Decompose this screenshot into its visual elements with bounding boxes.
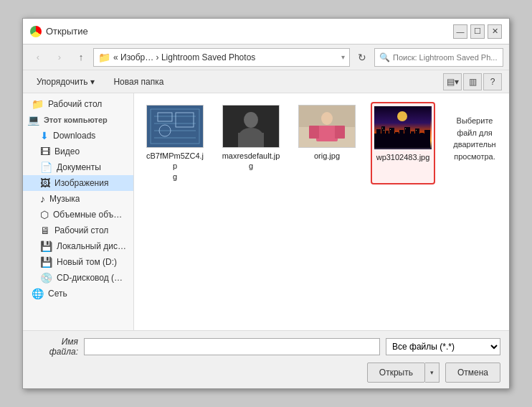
sidebar-item-label: Видео — [54, 146, 80, 156]
svg-rect-16 — [316, 126, 338, 141]
sidebar: 📁 Рабочий стол 💻 Этот компьютер ⬇ Downlo… — [23, 93, 134, 330]
sidebar-item-label: Новый том (D:) — [57, 257, 117, 267]
thumb-orig-preview — [299, 106, 355, 147]
title-bar: Открытие — ☐ ✕ — [23, 19, 509, 45]
svg-rect-24 — [386, 131, 389, 148]
sidebar-downloads-label: Downloads — [53, 131, 95, 141]
svg-rect-30 — [415, 128, 419, 148]
wp3102483-svg — [374, 106, 430, 148]
sidebar-item-label: CD-дисковод (F… — [57, 273, 128, 283]
sidebar-item-label: Изображения — [54, 178, 108, 188]
svg-rect-17 — [309, 126, 319, 139]
svg-rect-37 — [416, 130, 417, 131]
sidebar-item-new-volume[interactable]: 💾 Новый том (D:) — [23, 254, 133, 270]
refresh-button[interactable]: ↻ — [353, 49, 371, 66]
open-btn-group: Открыть ▾ — [367, 362, 440, 383]
open-button[interactable]: Открыть — [367, 362, 425, 383]
nav-toolbar: ‹ › ↑ 📁 « Изобр… › Lightroom Saved Photo… — [23, 45, 509, 70]
pane-button[interactable]: ▥ — [463, 73, 482, 90]
sidebar-item-desktop-pinned[interactable]: 📁 Рабочий стол — [23, 96, 133, 112]
open-dialog: Открытие — ☐ ✕ ‹ › ↑ 📁 « Изобр… › Lightr… — [22, 18, 510, 389]
back-button[interactable]: ‹ — [29, 49, 47, 66]
view-chevron: ▾ — [455, 77, 459, 87]
svg-point-10 — [244, 112, 258, 128]
help-icon: ? — [490, 77, 495, 87]
svg-rect-27 — [399, 130, 404, 148]
desktop-icon: 🖥 — [40, 225, 50, 236]
sidebar-item-local-disk[interactable]: 💾 Локальный диc… — [23, 238, 133, 254]
sidebar-item-music[interactable]: ♪ Музыка — [23, 191, 133, 207]
new-folder-label: Новая папка — [113, 77, 163, 87]
search-icon: 🔍 — [379, 52, 390, 62]
minimize-button[interactable]: — — [453, 24, 467, 39]
network-icon: 🌐 — [32, 288, 44, 299]
sidebar-item-desktop2[interactable]: 🖥 Рабочий стол — [23, 223, 133, 238]
file-item-maxres[interactable]: maxresdefault.jpg — [219, 102, 283, 184]
sidebar-item-label: Рабочий стол — [48, 99, 102, 109]
sidebar-item-images[interactable]: 🖼 Изображения — [23, 175, 133, 191]
file-item-wp3102483[interactable]: wp3102483.jpg — [371, 102, 435, 184]
sidebar-section-this-pc: 💻 Этот компьютер — [23, 112, 133, 128]
bottom-bar: Имя файла: Все файлы (*.*) Открыть ▾ Отм… — [23, 330, 509, 388]
sidebar-item-documents[interactable]: 📄 Документы — [23, 159, 133, 175]
maximize-button[interactable]: ☐ — [470, 24, 485, 39]
window-controls: — ☐ ✕ — [453, 24, 502, 39]
svg-rect-25 — [389, 128, 394, 148]
sidebar-item-downloads[interactable]: ⬇ Downloads — [23, 128, 133, 144]
document-icon: 📄 — [40, 162, 52, 173]
drive-icon: 💾 — [40, 240, 52, 252]
preview-hint-text: Выберите файл для дварительн просмотра. — [453, 116, 495, 161]
content-area: 📁 Рабочий стол 💻 Этот компьютер ⬇ Downlo… — [23, 93, 509, 330]
filename-row: Имя файла: Все файлы (*.*) — [32, 337, 500, 357]
sidebar-item-label: Рабочий стол — [54, 225, 108, 235]
new-folder-button[interactable]: Новая папка — [107, 73, 170, 90]
sidebar-item-label: Этот компьютер — [44, 116, 108, 124]
filename-input[interactable] — [84, 338, 380, 355]
sidebar-item-network[interactable]: 🌐 Сеть — [23, 286, 133, 301]
file-name-cb7: cB7fMPm5ZC4.jpg — [146, 151, 204, 182]
up-button[interactable]: ↑ — [72, 49, 90, 66]
images-icon: 🖼 — [40, 177, 50, 189]
breadcrumb-chevron: ▾ — [341, 53, 345, 61]
forward-button[interactable]: › — [50, 49, 69, 66]
sidebar-item-label: Документы — [57, 162, 101, 172]
maxres-svg — [223, 106, 279, 147]
chrome-icon — [30, 26, 42, 37]
file-item-orig[interactable]: orig.jpg — [295, 102, 359, 184]
view-mode-button[interactable]: ▤ ▾ — [443, 73, 462, 90]
preview-hint: Выберите файл для дварительн просмотра. — [446, 115, 503, 162]
sidebar-item-cd-drive[interactable]: 💿 CD-дисковод (F… — [23, 270, 133, 286]
svg-rect-12 — [238, 133, 264, 147]
sidebar-item-video[interactable]: 🎞 Видео — [23, 144, 133, 159]
open-dropdown-button[interactable]: ▾ — [425, 362, 440, 383]
svg-rect-35 — [390, 129, 391, 130]
sidebar-item-3dobjects[interactable]: ⬡ Объемные объ… — [23, 207, 133, 223]
cancel-button[interactable]: Отмена — [445, 362, 500, 383]
search-input[interactable] — [393, 53, 498, 62]
svg-point-15 — [321, 112, 333, 125]
sidebar-item-label: Объемные объ… — [53, 210, 122, 220]
sidebar-item-label: Сеть — [48, 289, 67, 299]
breadcrumb[interactable]: 📁 « Изобр… › Lightroom Saved Photos ▾ — [93, 48, 350, 67]
svg-rect-29 — [411, 131, 414, 148]
sidebar-item-label: Музыка — [49, 194, 80, 204]
download-icon: ⬇ — [40, 130, 49, 141]
file-item-cb7[interactable]: cB7fMPm5ZC4.jpg — [143, 102, 207, 184]
dialog-title: Открытие — [46, 26, 453, 37]
organize-button[interactable]: Упорядочить ▾ — [30, 73, 101, 90]
filetype-select[interactable]: Все файлы (*.*) — [386, 338, 500, 355]
file-name-orig: orig.jpg — [314, 151, 340, 161]
computer-icon: 💻 — [27, 114, 39, 126]
file-name-wp3102483: wp3102483.jpg — [376, 152, 430, 162]
pane-icon: ▥ — [469, 77, 477, 87]
svg-rect-34 — [384, 130, 384, 131]
svg-rect-0 — [147, 106, 203, 147]
music-icon: ♪ — [40, 193, 45, 205]
close-button[interactable]: ✕ — [488, 24, 502, 39]
file-thumb-maxres — [222, 105, 280, 148]
svg-rect-22 — [376, 129, 381, 148]
help-button[interactable]: ? — [483, 73, 502, 90]
svg-point-20 — [397, 111, 407, 121]
organize-chevron: ▾ — [90, 77, 95, 87]
svg-rect-36 — [405, 128, 406, 129]
